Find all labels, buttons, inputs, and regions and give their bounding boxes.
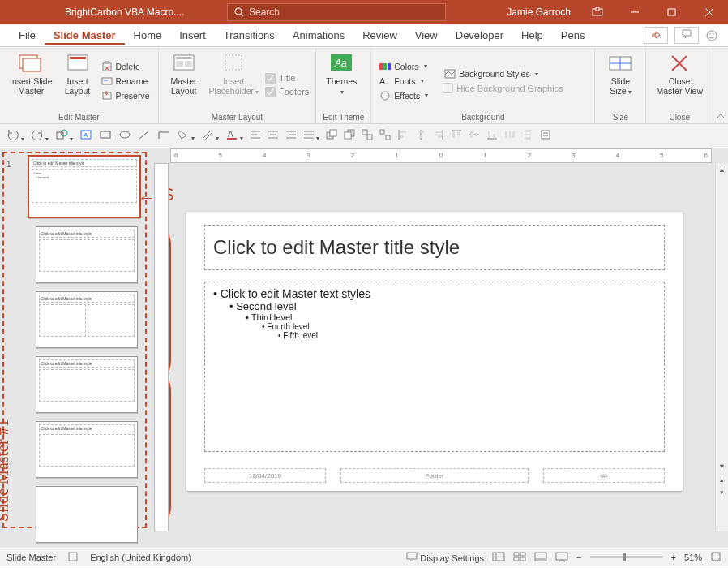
- display-settings-button[interactable]: Display Settings: [406, 552, 484, 563]
- reading-view-button[interactable]: [534, 551, 547, 564]
- title-placeholder[interactable]: Click to edit Master title style: [204, 225, 665, 270]
- align-right-button[interactable]: [285, 129, 297, 143]
- distribute-v-button[interactable]: [522, 129, 533, 143]
- textbox-button[interactable]: A: [79, 128, 92, 144]
- insert-placeholder-button[interactable]: Insert Placeholder▾: [206, 50, 262, 111]
- footers-checkbox[interactable]: Footers: [265, 86, 309, 98]
- master-thumbnail[interactable]: Click to edit Master title style • text …: [28, 155, 141, 218]
- normal-view-button[interactable]: [492, 551, 505, 564]
- accessibility-button[interactable]: [67, 551, 79, 564]
- delete-button[interactable]: Delete: [100, 60, 152, 73]
- user-name[interactable]: Jamie Garroch: [507, 6, 571, 18]
- distribute-h-button[interactable]: [504, 129, 516, 143]
- ungroup-button[interactable]: [379, 129, 391, 143]
- elbow-button[interactable]: [157, 129, 170, 143]
- thumbnail-panel[interactable]: Slide Master #1 1 Click to edit Master t…: [0, 148, 154, 548]
- align-objects-top-button[interactable]: [451, 129, 462, 143]
- scrollbar-vertical[interactable]: ▲ ▼ ▴ ▾: [715, 163, 728, 531]
- group-button[interactable]: [362, 129, 373, 143]
- hide-background-checkbox[interactable]: Hide Background Graphics: [443, 82, 563, 94]
- prev-slide-button[interactable]: ▴: [716, 473, 728, 486]
- line-button[interactable]: [138, 129, 151, 143]
- align-left-button[interactable]: [250, 129, 261, 143]
- date-placeholder[interactable]: 18/04/2019: [204, 468, 326, 483]
- slideshow-button[interactable]: [555, 551, 568, 564]
- insert-slide-master-button[interactable]: Insert Slide Master: [6, 50, 56, 111]
- tab-view[interactable]: View: [406, 26, 447, 45]
- comments-button[interactable]: [674, 27, 699, 44]
- tab-review[interactable]: Review: [353, 26, 406, 45]
- smiley-icon[interactable]: [705, 29, 718, 42]
- layout-thumbnail[interactable]: Click to edit Master title style: [36, 421, 138, 478]
- sorter-view-button[interactable]: [513, 551, 526, 564]
- title-checkbox[interactable]: Title: [265, 72, 309, 84]
- tab-file[interactable]: File: [10, 26, 45, 45]
- undo-button[interactable]: ▾: [6, 128, 24, 144]
- layout-thumbnail[interactable]: Click to edit Master title style: [36, 291, 138, 348]
- ruler-vertical[interactable]: [154, 163, 169, 531]
- send-backward-button[interactable]: [344, 129, 355, 143]
- layout-thumbnail[interactable]: Click to edit Master title style: [36, 356, 138, 413]
- collapse-ribbon-button[interactable]: [713, 47, 728, 123]
- maximize-button[interactable]: [653, 0, 691, 24]
- master-layout-button[interactable]: Master Layout: [165, 50, 203, 111]
- tab-animations[interactable]: Animations: [284, 26, 353, 45]
- close-master-view-button[interactable]: Close Master View: [653, 50, 706, 111]
- close-window-button[interactable]: [691, 0, 728, 24]
- tab-help[interactable]: Help: [512, 26, 552, 45]
- insert-layout-button[interactable]: Insert Layout: [59, 50, 96, 111]
- align-objects-middle-button[interactable]: [469, 129, 480, 143]
- next-slide-button[interactable]: ▾: [716, 486, 728, 499]
- slide-master[interactable]: Click to edit Master title style • Click…: [186, 212, 683, 491]
- redo-button[interactable]: ▾: [31, 128, 49, 144]
- justify-button[interactable]: ▾: [303, 129, 319, 143]
- effects-button[interactable]: Effects▾: [378, 89, 430, 102]
- language-button[interactable]: English (United Kingdom): [90, 553, 191, 562]
- align-objects-bottom-button[interactable]: [486, 129, 498, 143]
- ruler-horizontal[interactable]: 6543210123456: [170, 148, 712, 163]
- slide-canvas[interactable]: Click to edit Master title style • Click…: [173, 166, 712, 544]
- layout-thumbnail[interactable]: Click to edit Master title style: [36, 226, 138, 283]
- tab-pens[interactable]: Pens: [552, 26, 594, 45]
- slide-size-button[interactable]: Slide Size▾: [602, 50, 639, 111]
- zoom-out-button[interactable]: −: [576, 553, 581, 562]
- align-objects-left-button[interactable]: [397, 129, 409, 143]
- scroll-up-button[interactable]: ▲: [716, 163, 728, 176]
- fit-button[interactable]: [710, 551, 722, 564]
- rename-button[interactable]: Rename: [100, 75, 152, 88]
- footer-placeholder[interactable]: Footer: [340, 468, 529, 483]
- minimize-button[interactable]: [616, 0, 653, 24]
- tab-home[interactable]: Home: [125, 26, 171, 45]
- shape-picker-button[interactable]: ▾: [55, 128, 73, 144]
- oval-button[interactable]: [118, 129, 131, 143]
- selection-pane-button[interactable]: [540, 129, 551, 143]
- search-box[interactable]: Search: [227, 3, 446, 21]
- fontcolor-button[interactable]: A▾: [225, 129, 243, 143]
- svg-rect-68: [380, 130, 384, 134]
- scroll-down-button[interactable]: ▼: [716, 460, 728, 473]
- colors-button[interactable]: Colors▾: [378, 60, 430, 73]
- tab-slide-master[interactable]: Slide Master: [45, 26, 125, 45]
- ribbon-options-button[interactable]: [579, 0, 616, 24]
- outline-button[interactable]: ▾: [201, 129, 219, 143]
- zoom-slider[interactable]: [590, 556, 663, 558]
- tab-transitions[interactable]: Transitions: [215, 26, 284, 45]
- align-objects-center-button[interactable]: [415, 129, 426, 143]
- background-styles-button[interactable]: Background Styles▾: [443, 67, 563, 80]
- body-placeholder[interactable]: • Click to edit Master text styles • Sec…: [204, 282, 665, 452]
- zoom-level[interactable]: 51%: [684, 553, 702, 562]
- align-objects-right-button[interactable]: [433, 129, 444, 143]
- layout-thumbnail[interactable]: [36, 486, 138, 543]
- bring-forward-button[interactable]: [326, 129, 337, 143]
- tab-developer[interactable]: Developer: [447, 26, 512, 45]
- fonts-button[interactable]: AFonts▾: [378, 75, 430, 88]
- preserve-button[interactable]: Preserve: [100, 89, 152, 102]
- rect-button[interactable]: [99, 129, 112, 143]
- share-button[interactable]: [644, 27, 668, 44]
- align-center-button[interactable]: [268, 129, 279, 143]
- fill-button[interactable]: ▾: [177, 129, 195, 143]
- themes-button[interactable]: Aa Themes▾: [323, 50, 360, 111]
- tab-insert[interactable]: Insert: [170, 26, 215, 45]
- zoom-in-button[interactable]: +: [671, 553, 676, 562]
- slidenum-placeholder[interactable]: ‹#›: [543, 468, 665, 483]
